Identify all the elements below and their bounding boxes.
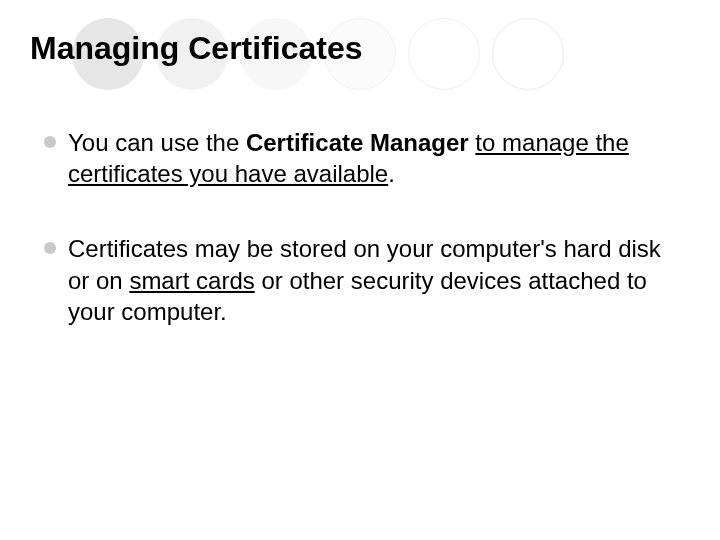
bullet-icon <box>44 242 56 254</box>
slide-title: Managing Certificates <box>30 30 682 67</box>
text-underline: smart cards <box>129 267 254 294</box>
slide-content: Managing Certificates You can use the Ce… <box>0 0 720 327</box>
text-run: . <box>388 160 395 187</box>
list-item: You can use the Certificate Manager to m… <box>54 127 682 189</box>
text-run: You can use the <box>68 129 246 156</box>
bullet-list: You can use the Certificate Manager to m… <box>30 127 682 327</box>
bullet-icon <box>44 136 56 148</box>
text-bold: Certificate Manager <box>246 129 469 156</box>
list-item: Certificates may be stored on your compu… <box>54 233 682 327</box>
